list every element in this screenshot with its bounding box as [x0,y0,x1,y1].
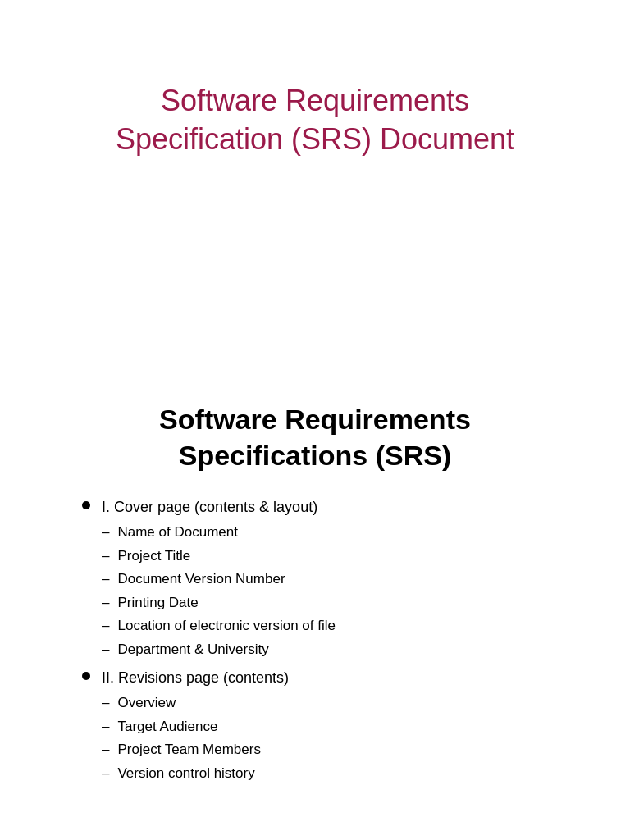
sub-item-text: Version control history [117,763,254,784]
sub-list-item: – Location of electronic version of file [102,615,564,637]
dash-icon: – [102,763,109,784]
bullet-content: I. Cover page (contents & layout) – Name… [102,496,564,662]
bullet-label: II. Revisions page (contents) [102,669,289,686]
sub-item-text: Project Team Members [117,739,260,760]
sub-item-text: Document Version Number [117,568,285,590]
dash-icon: – [102,522,109,543]
page: Software Requirements Specification (SRS… [0,0,630,840]
sub-item-text: Department & University [117,639,268,660]
top-title: Software Requirements Specification (SRS… [116,82,514,159]
dash-icon: – [102,716,109,737]
sub-list-item: – Printing Date [102,592,564,614]
sub-list-item: – Department & University [102,639,564,660]
sub-item-text: Location of electronic version of file [117,615,336,637]
sub-list-item: – Document Version Number [102,568,564,590]
dash-icon: – [102,546,109,567]
main-list: I. Cover page (contents & layout) – Name… [66,496,564,791]
bullet-label: I. Cover page (contents & layout) [102,499,317,515]
section-title: Software Requirements Specifications (SR… [159,401,471,473]
dash-icon: – [102,739,109,760]
sub-list: – Name of Document – Project Title – Doc… [102,522,564,660]
sub-item-text: Target Audience [117,716,217,737]
content-area: I. Cover page (contents & layout) – Name… [66,496,564,791]
section-title-line2: Specifications (SRS) [179,440,452,471]
sub-item-text: Printing Date [117,592,198,614]
dash-icon: – [102,615,109,637]
sub-list-item: – Target Audience [102,716,564,737]
bullet-dot [82,672,90,680]
dash-icon: – [102,692,109,714]
sub-item-text: Name of Document [117,522,237,543]
sub-list-item: – Overview [102,692,564,714]
sub-list-item: – Project Title [102,546,564,567]
dash-icon: – [102,639,109,660]
dash-icon: – [102,568,109,590]
top-title-line2: Specification (SRS) Document [116,122,514,156]
list-item: I. Cover page (contents & layout) – Name… [82,496,564,662]
sub-list: – Overview – Target Audience – Project T… [102,692,564,783]
sub-item-text: Project Title [117,546,190,567]
dash-icon: – [102,592,109,614]
bullet-content: II. Revisions page (contents) – Overview… [102,667,564,786]
bullet-dot [82,501,90,509]
sub-item-text: Overview [117,692,176,714]
section-title-line1: Software Requirements [159,404,471,435]
sub-list-item: – Project Team Members [102,739,564,760]
top-title-line1: Software Requirements [161,84,469,117]
sub-list-item: – Name of Document [102,522,564,543]
list-item: II. Revisions page (contents) – Overview… [82,667,564,786]
sub-list-item: – Version control history [102,763,564,784]
